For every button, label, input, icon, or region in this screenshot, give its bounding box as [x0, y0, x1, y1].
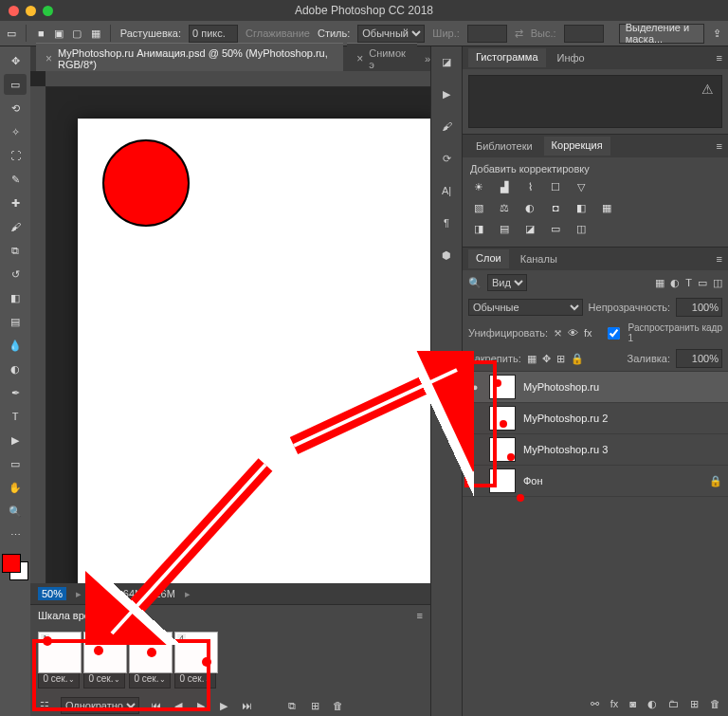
filter-adjust-icon[interactable]: ◐ — [670, 277, 680, 289]
tab-channels[interactable]: Каналы — [513, 250, 565, 267]
lock-position-icon[interactable]: ✥ — [542, 353, 551, 365]
document-tab[interactable]: × MyPhotoshop.ru Анимация.psd @ 50% (MyP… — [36, 43, 343, 75]
search-icon[interactable]: 🔍 — [468, 277, 482, 289]
lookup-icon[interactable]: ▦ — [598, 199, 615, 216]
foreground-color-swatch[interactable] — [2, 554, 21, 573]
selection-add-icon[interactable]: ▣ — [54, 26, 64, 41]
warning-icon[interactable]: ⚠ — [701, 82, 714, 97]
tab-layers[interactable]: Слои — [468, 249, 509, 268]
gradient-map-icon[interactable]: ▭ — [547, 220, 564, 237]
actions-panel-icon[interactable]: ▶ — [437, 84, 456, 103]
edit-toolbar-icon[interactable]: ⋯ — [4, 524, 27, 545]
vibrance-icon[interactable]: ▽ — [573, 178, 590, 195]
style-select[interactable]: Обычный — [357, 25, 425, 43]
select-and-mask-button[interactable]: Выделение и маска... — [619, 24, 704, 44]
new-adjustment-icon[interactable]: ◐ — [647, 698, 657, 710]
paragraph-panel-icon[interactable]: ¶ — [437, 213, 456, 232]
panel-menu-icon[interactable]: ≡ — [417, 610, 423, 621]
brush-settings-icon[interactable]: ⟳ — [437, 149, 456, 168]
opacity-input[interactable] — [676, 298, 722, 317]
history-brush-tool-icon[interactable]: ↺ — [4, 264, 27, 285]
document-canvas[interactable] — [78, 119, 430, 583]
close-icon[interactable]: × — [356, 52, 363, 65]
invert-icon[interactable]: ◨ — [470, 220, 487, 237]
layer-row[interactable]: MyPhotoshop.ru 2 — [463, 403, 728, 434]
blur-tool-icon[interactable]: 💧 — [4, 335, 27, 356]
layer-row[interactable]: ● MyPhotoshop.ru — [463, 372, 728, 403]
filter-type-icon[interactable]: T — [685, 277, 692, 288]
new-layer-icon[interactable]: ⊞ — [690, 698, 699, 710]
dodge-tool-icon[interactable]: ◐ — [4, 358, 27, 379]
color-balance-icon[interactable]: ⚖ — [496, 199, 513, 216]
add-mask-icon[interactable]: ◙ — [629, 698, 636, 709]
character-panel-icon[interactable]: A| — [437, 181, 456, 200]
panel-menu-icon[interactable]: ≡ — [717, 52, 722, 64]
unify-visibility-icon[interactable]: 👁 — [568, 327, 578, 339]
lock-artboard-icon[interactable]: ⊞ — [556, 353, 565, 365]
link-layers-icon[interactable]: ⚯ — [591, 698, 599, 710]
tab-histogram[interactable]: Гистограмма — [468, 48, 546, 67]
selection-new-icon[interactable]: ■ — [36, 26, 46, 41]
unify-position-icon[interactable]: ⤧ — [554, 327, 562, 340]
document-tab[interactable]: × Снимок э — [347, 43, 417, 75]
ruler-horizontal[interactable] — [46, 71, 430, 87]
clone-stamp-tool-icon[interactable]: ⧉ — [4, 240, 27, 261]
filter-shape-icon[interactable]: ▭ — [698, 277, 707, 289]
filter-pixel-icon[interactable]: ▦ — [655, 277, 664, 289]
lock-pixels-icon[interactable]: ▦ — [527, 353, 537, 365]
share-icon[interactable]: ⇪ — [712, 26, 722, 41]
levels-icon[interactable]: ▟ — [496, 178, 513, 195]
bw-icon[interactable]: ◐ — [521, 199, 538, 216]
history-panel-icon[interactable]: ◪ — [437, 52, 456, 71]
magic-wand-tool-icon[interactable]: ✧ — [4, 121, 27, 142]
hand-tool-icon[interactable]: ✋ — [4, 477, 27, 498]
selection-subtract-icon[interactable]: ▢ — [72, 26, 82, 41]
panel-menu-icon[interactable]: ≡ — [717, 140, 722, 152]
brush-tool-icon[interactable]: 🖌 — [4, 216, 27, 237]
unify-style-icon[interactable]: fx — [584, 327, 592, 339]
curves-icon[interactable]: ⌇ — [521, 178, 538, 195]
color-swatches[interactable] — [2, 554, 28, 580]
gradient-tool-icon[interactable]: ▤ — [4, 311, 27, 332]
healing-brush-tool-icon[interactable]: ✚ — [4, 193, 27, 213]
ruler-vertical[interactable] — [30, 86, 46, 583]
type-tool-icon[interactable]: T — [4, 406, 27, 427]
eyedropper-tool-icon[interactable]: ✎ — [4, 169, 27, 190]
zoom-indicator[interactable]: 50% — [38, 587, 66, 600]
delete-layer-icon[interactable]: 🗑 — [710, 698, 720, 709]
propagate-checkbox[interactable] — [608, 327, 620, 340]
zoom-tool-icon[interactable]: 🔍 — [4, 501, 27, 522]
tab-libraries[interactable]: Библиотеки — [468, 138, 540, 155]
shape-tool-icon[interactable]: ▭ — [4, 453, 27, 474]
exposure-icon[interactable]: ☐ — [547, 178, 564, 195]
panel-menu-icon[interactable]: ≡ — [717, 253, 722, 265]
next-frame-icon[interactable]: ▶ — [217, 699, 230, 712]
tab-info[interactable]: Инфо — [550, 49, 592, 66]
selective-color-icon[interactable]: ◫ — [573, 220, 590, 237]
new-frame-icon[interactable]: ⊞ — [308, 699, 321, 712]
fill-input[interactable] — [676, 349, 722, 368]
close-icon[interactable]: × — [46, 52, 52, 65]
3d-panel-icon[interactable]: ⬢ — [437, 246, 456, 265]
crop-tool-icon[interactable]: ⛶ — [4, 145, 27, 166]
layer-row[interactable]: Фон 🔒 — [463, 466, 728, 497]
canvas-area[interactable] — [30, 71, 430, 583]
filter-kind-select[interactable]: Вид — [487, 274, 527, 291]
posterize-icon[interactable]: ▤ — [496, 220, 513, 237]
layer-name[interactable]: MyPhotoshop.ru — [523, 381, 722, 393]
last-frame-icon[interactable]: ⏭ — [240, 699, 253, 712]
brushes-panel-icon[interactable]: 🖌 — [437, 117, 456, 136]
layer-name[interactable]: MyPhotoshop.ru 2 — [523, 413, 722, 424]
layer-name[interactable]: MyPhotoshop.ru 3 — [523, 444, 722, 455]
lock-all-icon[interactable]: 🔒 — [571, 353, 584, 365]
filter-smart-icon[interactable]: ◫ — [713, 277, 722, 289]
selection-intersect-icon[interactable]: ▦ — [90, 26, 100, 41]
tab-adjustments[interactable]: Коррекция — [544, 137, 610, 156]
photo-filter-icon[interactable]: ◘ — [547, 199, 564, 216]
threshold-icon[interactable]: ◪ — [521, 220, 538, 237]
layer-row[interactable]: MyPhotoshop.ru 3 — [463, 434, 728, 466]
path-select-tool-icon[interactable]: ▶ — [4, 430, 27, 450]
pen-tool-icon[interactable]: ✒ — [4, 382, 27, 403]
blend-mode-select[interactable]: Обычные — [468, 299, 583, 316]
layer-name[interactable]: Фон — [523, 475, 701, 487]
